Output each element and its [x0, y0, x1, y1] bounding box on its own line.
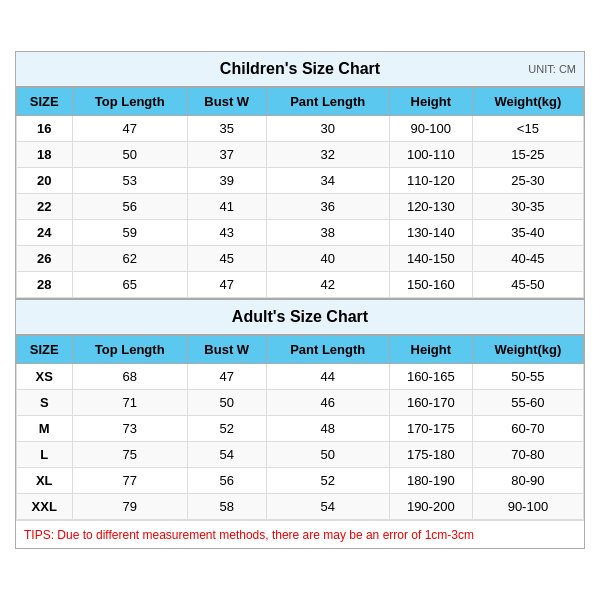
table-row: 26624540140-15040-45	[17, 246, 584, 272]
adult-table: SIZE Top Length Bust W Pant Length Heigh…	[16, 335, 584, 520]
unit-label: UNIT: CM	[528, 63, 576, 75]
adult-chart-title: Adult's Size Chart	[232, 308, 368, 325]
children-col-weight: Weight(kg)	[472, 88, 583, 116]
table-row: M735248170-17560-70	[17, 416, 584, 442]
children-col-size: SIZE	[17, 88, 73, 116]
children-header-row: SIZE Top Length Bust W Pant Length Heigh…	[17, 88, 584, 116]
table-row: XL775652180-19080-90	[17, 468, 584, 494]
table-row: XXL795854190-20090-100	[17, 494, 584, 520]
tips-row: TIPS: Due to different measurement metho…	[16, 520, 584, 548]
table-row: 20533934110-12025-30	[17, 168, 584, 194]
children-table: SIZE Top Length Bust W Pant Length Heigh…	[16, 87, 584, 298]
adult-col-weight: Weight(kg)	[472, 336, 583, 364]
adult-col-toplength: Top Length	[72, 336, 187, 364]
children-col-pantlength: Pant Length	[266, 88, 389, 116]
table-row: XS684744160-16550-55	[17, 364, 584, 390]
chart-container: Children's Size Chart UNIT: CM SIZE Top …	[15, 51, 585, 549]
adult-col-bustw: Bust W	[187, 336, 266, 364]
children-title-row: Children's Size Chart UNIT: CM	[16, 52, 584, 87]
children-chart-title: Children's Size Chart	[220, 60, 380, 77]
adult-col-pantlength: Pant Length	[266, 336, 389, 364]
children-col-bustw: Bust W	[187, 88, 266, 116]
tips-text: TIPS: Due to different measurement metho…	[24, 528, 474, 542]
children-col-toplength: Top Length	[72, 88, 187, 116]
children-col-height: Height	[389, 88, 472, 116]
table-row: 1647353090-100<15	[17, 116, 584, 142]
table-row: 28654742150-16045-50	[17, 272, 584, 298]
adult-col-size: SIZE	[17, 336, 73, 364]
adult-title-row: Adult's Size Chart	[16, 298, 584, 335]
table-row: S715046160-17055-60	[17, 390, 584, 416]
adult-col-height: Height	[389, 336, 472, 364]
table-row: L755450175-18070-80	[17, 442, 584, 468]
table-row: 24594338130-14035-40	[17, 220, 584, 246]
table-row: 22564136120-13030-35	[17, 194, 584, 220]
table-row: 18503732100-11015-25	[17, 142, 584, 168]
adult-header-row: SIZE Top Length Bust W Pant Length Heigh…	[17, 336, 584, 364]
